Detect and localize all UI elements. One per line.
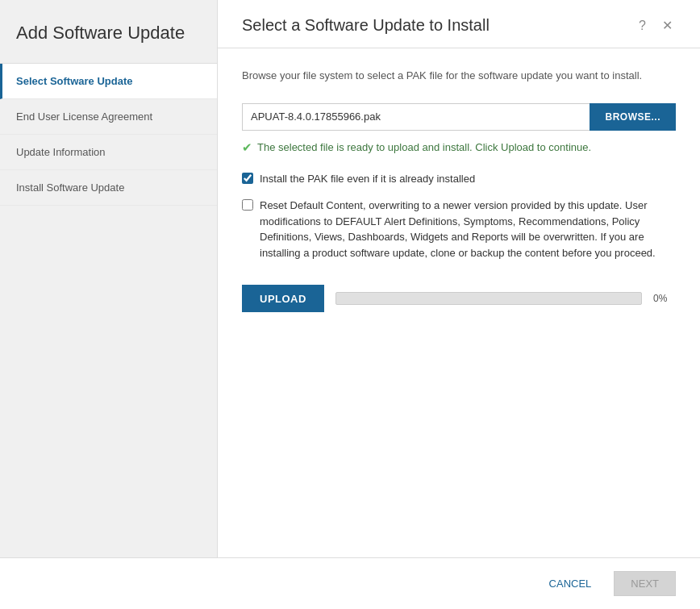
sidebar-item-label: Update Information: [16, 146, 106, 158]
sidebar-item-install-software-update[interactable]: Install Software Update: [0, 170, 217, 206]
sidebar-item-label: End User License Agreement: [16, 111, 152, 123]
progress-bar-container: [335, 292, 642, 305]
main-content: Select a Software Update to Install ? ✕ …: [218, 0, 700, 557]
check-icon: ✔: [242, 140, 252, 155]
sidebar-title: Add Software Update: [0, 8, 217, 64]
file-input-row: BROWSE...: [242, 103, 676, 131]
main-body: Browse your file system to select a PAK …: [218, 48, 700, 557]
dialog-body: Add Software Update Select Software Upda…: [0, 0, 700, 557]
sidebar-item-select-software-update[interactable]: Select Software Update: [0, 64, 217, 99]
sidebar-item-label: Select Software Update: [16, 75, 133, 87]
install-pak-checkbox-row: Install the PAK file even if it is alrea…: [242, 171, 676, 187]
sidebar-item-eula[interactable]: End User License Agreement: [0, 99, 217, 135]
reset-content-label[interactable]: Reset Default Content, overwriting to a …: [260, 198, 676, 261]
success-text: The selected file is ready to upload and…: [257, 141, 591, 153]
upload-row: UPLOAD 0%: [242, 285, 676, 312]
dialog-footer: CANCEL NEXT: [0, 557, 700, 609]
description-text: Browse your file system to select a PAK …: [242, 68, 676, 84]
success-message: ✔ The selected file is ready to upload a…: [242, 140, 676, 155]
main-header: Select a Software Update to Install ? ✕: [218, 0, 700, 48]
next-button[interactable]: NEXT: [614, 571, 676, 596]
main-title: Select a Software Update to Install: [242, 16, 490, 35]
close-button[interactable]: ✕: [659, 18, 676, 34]
help-button[interactable]: ?: [635, 18, 649, 34]
header-icons: ? ✕: [635, 18, 676, 34]
cancel-button[interactable]: CANCEL: [535, 571, 606, 596]
file-path-input[interactable]: [242, 103, 590, 131]
progress-percent: 0%: [653, 293, 676, 304]
sidebar-item-label: Install Software Update: [16, 181, 124, 194]
install-pak-label[interactable]: Install the PAK file even if it is alrea…: [260, 171, 475, 187]
upload-button[interactable]: UPLOAD: [242, 285, 324, 312]
add-software-update-dialog: Add Software Update Select Software Upda…: [0, 0, 700, 609]
sidebar: Add Software Update Select Software Upda…: [0, 0, 218, 557]
reset-content-checkbox-row: Reset Default Content, overwriting to a …: [242, 198, 676, 261]
install-pak-checkbox[interactable]: [242, 173, 253, 184]
sidebar-item-update-information[interactable]: Update Information: [0, 135, 217, 170]
browse-button[interactable]: BROWSE...: [590, 103, 676, 131]
reset-content-checkbox[interactable]: [242, 199, 253, 211]
